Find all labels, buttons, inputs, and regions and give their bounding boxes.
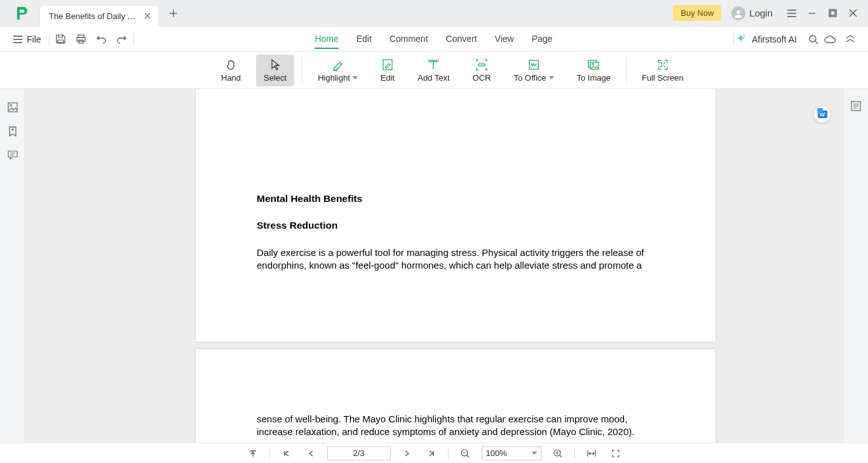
collapse-ribbon-icon[interactable] bbox=[845, 35, 855, 44]
hamburger-menu-icon[interactable] bbox=[782, 3, 802, 23]
print-icon[interactable] bbox=[71, 29, 92, 50]
document-tab[interactable]: The Benefits of Daily Exe... bbox=[39, 5, 159, 27]
to-image-icon bbox=[587, 58, 600, 72]
close-window-icon[interactable] bbox=[843, 3, 863, 23]
zoom-value: 100% bbox=[486, 448, 507, 458]
fullscreen-icon bbox=[656, 58, 669, 72]
properties-icon[interactable] bbox=[850, 100, 862, 112]
heading-mental-health: Mental Health Benefits bbox=[257, 192, 654, 205]
paragraph-stress-2: sense of well-being. The Mayo Clinic hig… bbox=[257, 413, 654, 438]
document-area[interactable]: Mental Health Benefits Stress Reduction … bbox=[25, 89, 843, 443]
fit-width-icon[interactable] bbox=[584, 446, 599, 461]
user-avatar-icon bbox=[731, 6, 745, 20]
highlight-button[interactable]: Highlight bbox=[306, 52, 369, 88]
add-text-icon bbox=[427, 58, 440, 72]
cursor-icon bbox=[269, 58, 281, 72]
status-bar: 2/3 100% bbox=[0, 443, 868, 463]
select-label: Select bbox=[264, 73, 287, 83]
ribbon-toolbar: Hand Select Highlight Edit Add Text OCR … bbox=[0, 52, 868, 89]
highlighter-icon bbox=[332, 58, 344, 72]
prev-page-icon[interactable] bbox=[303, 446, 318, 461]
thumbnails-icon[interactable] bbox=[7, 102, 18, 113]
login-label: Login bbox=[749, 8, 773, 18]
ocr-icon: OCR bbox=[475, 58, 488, 72]
workspace: Mental Health Benefits Stress Reduction … bbox=[0, 89, 868, 443]
undo-icon[interactable] bbox=[92, 29, 112, 50]
edit-button[interactable]: Edit bbox=[369, 52, 406, 88]
redo-icon[interactable] bbox=[112, 29, 132, 50]
fit-page-icon[interactable] bbox=[608, 446, 623, 461]
new-tab-button[interactable] bbox=[165, 5, 182, 22]
hand-label: Hand bbox=[221, 73, 241, 83]
left-side-panel bbox=[0, 89, 25, 443]
scroll-to-top-icon[interactable] bbox=[245, 446, 261, 461]
page-number-value: 2/3 bbox=[353, 448, 364, 458]
close-tab-icon[interactable] bbox=[143, 11, 152, 20]
highlight-label: Highlight bbox=[318, 73, 350, 83]
svg-point-17 bbox=[10, 105, 11, 107]
login-button[interactable]: Login bbox=[731, 6, 773, 20]
buy-now-button[interactable]: Buy Now bbox=[673, 5, 721, 21]
tooffice-label: To Office bbox=[513, 73, 546, 83]
heading-stress-reduction: Stress Reduction bbox=[257, 219, 654, 232]
tab-convert[interactable]: Convert bbox=[446, 30, 477, 49]
tab-page[interactable]: Page bbox=[532, 30, 553, 49]
hand-tool-button[interactable]: Hand bbox=[210, 52, 252, 88]
sparkle-icon bbox=[735, 34, 747, 45]
svg-point-7 bbox=[810, 36, 816, 42]
file-label: File bbox=[27, 34, 41, 44]
next-page-icon[interactable] bbox=[400, 446, 415, 461]
hamburger-icon bbox=[13, 35, 23, 44]
last-page-icon[interactable] bbox=[424, 446, 439, 461]
svg-rect-4 bbox=[77, 37, 85, 41]
paragraph-stress-1: Daily exercise is a powerful tool for ma… bbox=[257, 246, 654, 272]
bookmark-icon[interactable] bbox=[8, 126, 18, 137]
menu-bar: File Home Edit Comment Convert View Page… bbox=[0, 27, 868, 52]
tab-comment[interactable]: Comment bbox=[390, 30, 428, 49]
zoom-out-icon[interactable] bbox=[458, 446, 473, 461]
search-icon[interactable] bbox=[803, 29, 824, 50]
zoom-select[interactable]: 100% bbox=[482, 446, 541, 460]
minimize-icon[interactable] bbox=[802, 3, 822, 23]
zoom-in-icon[interactable] bbox=[550, 446, 566, 461]
convert-to-word-badge[interactable]: W bbox=[813, 105, 831, 123]
chevron-down-icon bbox=[549, 76, 554, 79]
svg-rect-12 bbox=[529, 60, 538, 69]
main-tabs: Home Edit Comment Convert View Page bbox=[135, 30, 733, 49]
chevron-down-icon bbox=[353, 76, 358, 79]
svg-text:OCR: OCR bbox=[479, 64, 485, 67]
fullscreen-label: Full Screen bbox=[642, 73, 684, 83]
page-2: sense of well-being. The Mayo Clinic hig… bbox=[196, 349, 715, 443]
hand-icon bbox=[225, 58, 238, 72]
page-number-input[interactable]: 2/3 bbox=[327, 446, 391, 460]
title-bar: The Benefits of Daily Exe... Buy Now Log… bbox=[0, 0, 868, 27]
tab-view[interactable]: View bbox=[495, 30, 514, 49]
svg-rect-16 bbox=[8, 103, 17, 112]
edit-icon bbox=[382, 58, 393, 72]
add-text-button[interactable]: Add Text bbox=[406, 52, 461, 88]
to-office-icon bbox=[527, 58, 540, 72]
ocr-label: OCR bbox=[473, 73, 491, 83]
svg-point-6 bbox=[743, 34, 745, 36]
app-logo-icon bbox=[13, 4, 31, 22]
svg-point-0 bbox=[736, 10, 740, 14]
comments-panel-icon[interactable] bbox=[7, 150, 18, 160]
to-office-button[interactable]: To Office bbox=[502, 52, 565, 88]
addtext-label: Add Text bbox=[417, 73, 449, 83]
chevron-down-icon bbox=[532, 452, 537, 455]
select-tool-button[interactable]: Select bbox=[256, 55, 294, 86]
edit-label: Edit bbox=[381, 73, 395, 83]
first-page-icon[interactable] bbox=[279, 446, 294, 461]
maximize-icon[interactable] bbox=[822, 3, 843, 23]
tab-home[interactable]: Home bbox=[315, 30, 338, 49]
to-image-button[interactable]: To Image bbox=[566, 52, 622, 88]
save-icon[interactable] bbox=[51, 29, 71, 50]
svg-rect-2 bbox=[831, 11, 835, 15]
file-menu-button[interactable]: File bbox=[13, 34, 41, 44]
tab-edit[interactable]: Edit bbox=[356, 30, 372, 49]
page-1: Mental Health Benefits Stress Reduction … bbox=[196, 89, 715, 342]
fullscreen-button[interactable]: Full Screen bbox=[630, 52, 695, 88]
cloud-icon[interactable] bbox=[824, 34, 836, 44]
ai-button[interactable]: Afirstsoft AI bbox=[735, 34, 797, 45]
ocr-button[interactable]: OCR OCR bbox=[461, 52, 503, 88]
